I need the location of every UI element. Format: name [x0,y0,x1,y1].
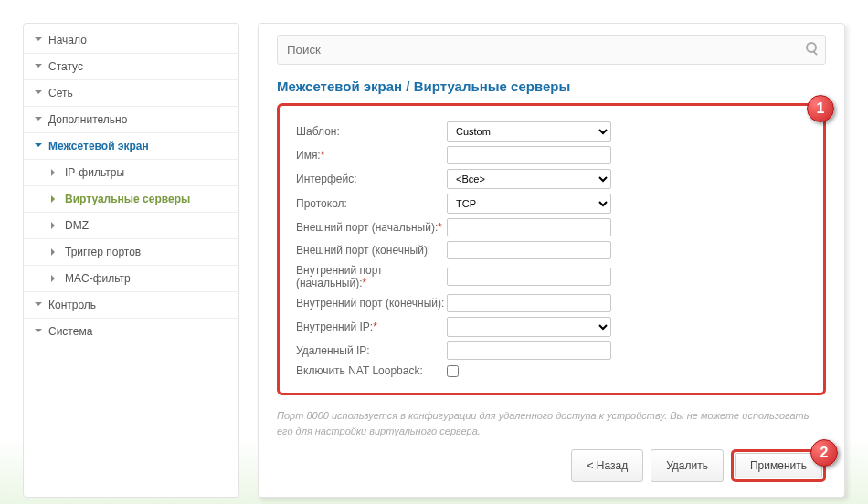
remote-ip-input[interactable] [447,341,611,360]
back-button[interactable]: < Назад [571,449,643,482]
nav-control[interactable]: Контроль [24,292,238,319]
nav-label: Межсетевой экран [48,140,149,152]
protocol-select[interactable]: TCP [447,194,611,214]
nav-label: Дополнительно [48,113,127,126]
crumb-current: Виртуальные серверы [414,79,571,94]
nav-label: Система [48,325,92,338]
protocol-label: Протокол: [296,197,447,210]
button-bar: < Назад Удалить Применить 2 [277,449,826,482]
nat-loopback-label: Включить NAT Loopback: [296,364,447,377]
chevron-right-icon [51,195,58,203]
nav-macfilter[interactable]: MAC-фильтр [24,266,238,292]
nav-label: MAC-фильтр [65,272,131,285]
chevron-down-icon [35,143,42,151]
apply-highlight: Применить 2 [731,449,826,482]
nav-advanced[interactable]: Дополнительно [24,107,238,133]
info-note: Порт 8000 используется в конфигурации дл… [277,408,826,438]
chevron-right-icon [51,222,58,229]
chevron-down-icon [35,117,42,124]
nav-vservers[interactable]: Виртуальные серверы [24,186,238,213]
nav-ipfilters[interactable]: IP-фильтры [24,160,238,186]
chevron-down-icon [35,37,42,45]
intport-start-label: Внутренний порт (начальный):* [296,264,447,289]
nav-firewall[interactable]: Межсетевой экран [24,133,238,160]
nav-ptrigger[interactable]: Триггер портов [24,239,238,266]
sidebar: Начало Статус Сеть Дополнительно Межсете… [23,23,239,498]
nav-label: IP-фильтры [65,166,124,179]
chevron-down-icon [35,329,42,336]
nav-status[interactable]: Статус [24,54,238,80]
intport-end-label: Внутренний порт (конечный): [296,297,447,310]
nav-network[interactable]: Сеть [24,80,238,107]
extport-end-label: Внешний порт (конечный): [296,244,447,257]
template-label: Шаблон: [296,125,447,138]
nat-loopback-checkbox[interactable] [447,365,459,377]
crumb-parent: Межсетевой экран [277,79,402,94]
name-input[interactable] [447,146,611,164]
chevron-down-icon [35,302,42,310]
annotation-badge-1: 1 [807,95,834,122]
internal-ip-select[interactable] [447,317,611,337]
apply-button[interactable]: Применить [735,453,822,478]
form-container: 1 Шаблон:Custom Имя:* Интерфейс:<Все> Пр… [277,103,826,395]
internal-ip-label: Внутренний IP:* [296,320,447,333]
chevron-right-icon [51,248,58,256]
chevron-down-icon [35,90,42,98]
nav-system[interactable]: Система [24,319,238,344]
interface-label: Интерфейс: [296,173,447,185]
intport-start-input[interactable] [447,268,611,286]
breadcrumb: Межсетевой экран / Виртуальные серверы [277,79,826,94]
nav-label: Виртуальные серверы [65,193,190,205]
nav-label: Сеть [48,87,73,100]
chevron-down-icon [35,64,42,71]
extport-start-input[interactable] [447,218,611,236]
template-select[interactable]: Custom [447,121,611,142]
nav-label: Триггер портов [65,246,141,258]
extport-end-input[interactable] [447,241,611,259]
crumb-sep: / [402,79,414,94]
extport-start-label: Внешний порт (начальный):* [296,221,447,234]
annotation-badge-2: 2 [810,439,838,467]
main-panel: Межсетевой экран / Виртуальные серверы 1… [258,23,845,498]
chevron-right-icon [51,275,58,282]
intport-end-input[interactable] [447,294,611,312]
remote-ip-label: Удаленный IP: [296,344,447,357]
interface-select[interactable]: <Все> [447,169,611,189]
nav-dmz[interactable]: DMZ [24,213,238,239]
name-label: Имя:* [296,149,447,162]
chevron-right-icon [51,169,58,176]
nav-label: Контроль [48,299,96,311]
search-input[interactable] [277,35,826,65]
nav-label: Статус [48,60,83,73]
search-icon [806,42,819,55]
delete-button[interactable]: Удалить [651,449,724,482]
nav-home[interactable]: Начало [24,27,238,54]
nav-label: DMZ [65,219,89,232]
nav-label: Начало [48,34,87,47]
